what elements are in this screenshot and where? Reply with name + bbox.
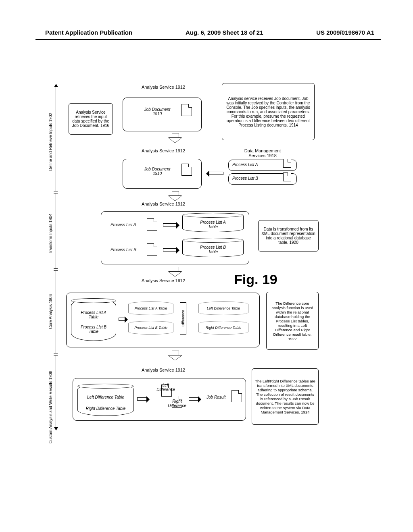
plb-tbl-lbl: Process List B Table	[190, 245, 236, 254]
header-center: Aug. 6, 2009 Sheet 18 of 21	[186, 29, 263, 36]
pla-tbl-lbl: Process List A Table	[190, 220, 236, 229]
note-1922: The Difference core analysis function is…	[266, 292, 319, 350]
phase-core: Core Analysis 1906	[48, 294, 53, 329]
difference-op: Difference	[180, 302, 186, 335]
cyl-left-a: Process List A Table	[76, 310, 111, 319]
xml-ld-lbl: Left Difference	[152, 383, 180, 392]
dm-pla: Process List A	[232, 162, 258, 167]
jobdoc-icon-2	[181, 164, 192, 176]
inner-pla: Process List A Table	[128, 301, 173, 315]
figure-19-diagram: Define and Retrieve Inputs 1902 Transfor…	[48, 77, 369, 447]
dm-label: Data ManagementServices 1918	[232, 148, 293, 158]
header-left: Patent Application Publication	[45, 29, 132, 36]
xml-rd-lbl: Right Difference	[163, 399, 191, 408]
inner-left-diff: Left Difference Table	[198, 301, 248, 315]
jobdoc-label-2: Job Document1910	[137, 167, 177, 176]
dm-doc-a	[283, 159, 291, 168]
header-rule	[35, 39, 381, 40]
arrow-plb	[163, 248, 177, 251]
rdt-label: Right Difference Table	[82, 406, 129, 411]
figure-title: Fig. 19	[234, 272, 277, 287]
note-1914: Analysis service receives Job document. …	[222, 83, 315, 140]
arrow-pla	[163, 223, 177, 227]
dm-plb: Process List B	[232, 176, 258, 181]
arrow-dm-to-svc	[209, 172, 223, 175]
ldt-label: Left Difference Table	[82, 395, 129, 399]
arrow-3	[169, 267, 181, 276]
phase-transform: Transform Inputs 1904	[48, 214, 53, 254]
cyl-left	[71, 298, 116, 341]
arrow-4	[169, 351, 181, 364]
note-1924: The Left/Right Difference tables are tra…	[252, 368, 319, 425]
plb-doc	[147, 243, 157, 256]
cyl-diff	[77, 384, 134, 416]
pla-doc	[147, 218, 157, 231]
cyl-left-b: Process List B Table	[76, 325, 111, 334]
phase-custom: Custom Analysis and Write Results 1908	[48, 371, 53, 443]
arrow-core-in	[119, 318, 125, 321]
arrow-cust-2	[189, 397, 198, 401]
arrow-cust-1	[137, 397, 147, 401]
note-1916: Analysis Service retrieves the input dat…	[69, 103, 113, 135]
arrow-1	[169, 133, 181, 143]
svc-label-2: Analysis Service 1912	[133, 148, 194, 153]
jobdoc-label-1: Job Document1910	[137, 107, 177, 116]
header-right: US 2009/0198670 A1	[316, 29, 374, 36]
job-result-doc	[232, 390, 242, 402]
svc-label-3: Analysis Service 1912	[133, 202, 194, 206]
job-result-lbl: Job Result	[206, 395, 225, 399]
inner-plb: Process List B Table	[128, 321, 173, 335]
svc-label-1: Analysis Service 1912	[133, 85, 194, 89]
jobdoc-icon-1	[181, 104, 192, 116]
pla-doclbl: Process List A	[111, 222, 136, 227]
plb-doclbl: Process List B	[111, 247, 136, 252]
phase-define: Define and Retrieve Inputs 1902	[48, 113, 53, 170]
svc-label-4: Analysis Service 1912	[133, 278, 194, 283]
dm-doc-b	[283, 172, 291, 181]
svc-label-5: Analysis Service 1912	[133, 368, 194, 372]
note-1920: Data is transformed from its XML documen…	[258, 220, 319, 251]
arrow-2	[169, 191, 181, 201]
inner-right-diff: Right Difference Table	[198, 321, 248, 335]
